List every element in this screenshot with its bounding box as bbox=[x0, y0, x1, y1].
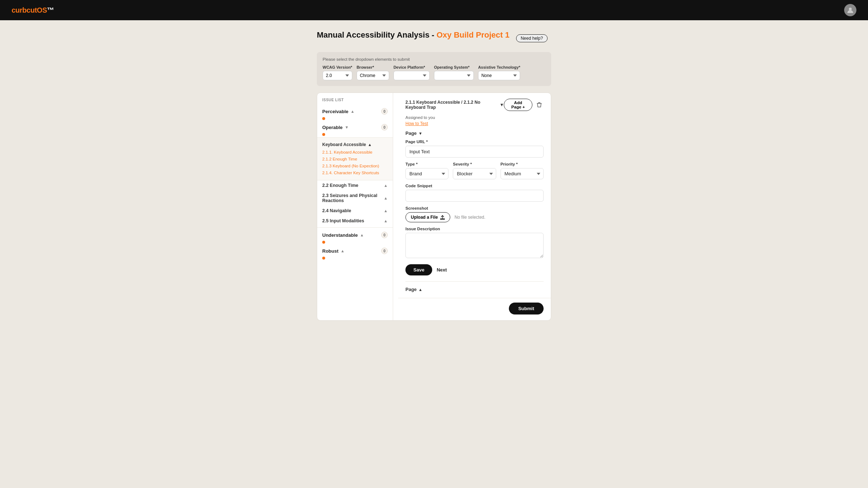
priority-select[interactable]: LowMediumHighCritical bbox=[501, 168, 544, 179]
project-name: Oxy Build Project 1 bbox=[437, 30, 510, 39]
submit-row: Submit bbox=[398, 298, 551, 320]
keyboard-accessible-links: 2.1.1. Keyboard Accessible 2.1.2 Enough … bbox=[317, 149, 393, 178]
at-select[interactable]: NoneNVDAJAWSVoiceOverTalkBack bbox=[478, 71, 520, 80]
wcag-label: WCAG Version* bbox=[323, 65, 352, 69]
link-212[interactable]: 2.1.2 Enough Time bbox=[322, 156, 388, 162]
type-label: Type * bbox=[405, 162, 448, 166]
svg-point-0 bbox=[849, 8, 852, 10]
wcag-select[interactable]: 2.02.12.2 bbox=[323, 71, 352, 80]
how-to-test-link[interactable]: How to Test bbox=[405, 121, 544, 126]
issue-description-input[interactable] bbox=[405, 233, 544, 258]
priority-label: Priority * bbox=[501, 162, 544, 166]
need-help-button[interactable]: Need help? bbox=[516, 34, 548, 42]
logo: curbcutOS™ bbox=[12, 6, 54, 14]
severity-label: Severity * bbox=[453, 162, 496, 166]
page-section-header[interactable]: Page ▼ bbox=[405, 130, 544, 136]
operable-dot bbox=[322, 133, 325, 136]
category-perceivable[interactable]: Perceivable ▲ 0 bbox=[317, 106, 393, 117]
keyboard-accessible-section: Keyboard Accessible ▲ 2.1.1. Keyboard Ac… bbox=[317, 137, 393, 180]
issue-list-header: ISSUE LIST bbox=[317, 98, 393, 106]
type-select[interactable]: BrandFunctionalContentDesign bbox=[405, 168, 448, 179]
os-label: Operating System* bbox=[434, 65, 474, 69]
filter-instruction: Please select the dropdown elements to s… bbox=[323, 57, 545, 61]
wcag-filter-group: WCAG Version* 2.02.12.2 bbox=[323, 65, 352, 80]
screenshot-group: Screenshot Upload a File No file selecte… bbox=[405, 206, 544, 222]
no-file-label: No file selected. bbox=[455, 215, 485, 220]
divider-1 bbox=[317, 227, 393, 228]
section-23[interactable]: 2.3 Seizures and Physical Reactions ▲ bbox=[317, 191, 393, 206]
issue-description-group: Issue Description bbox=[405, 227, 544, 259]
issue-nav-right: Add Page + bbox=[504, 99, 544, 111]
os-filter-group: Operating System* WindowsmacOSiOSAndroid bbox=[434, 65, 474, 80]
logo-suffix: OS bbox=[37, 6, 47, 14]
category-robust[interactable]: Robust ▲ 0 bbox=[317, 245, 393, 257]
delete-button[interactable] bbox=[535, 100, 544, 110]
severity-select[interactable]: BlockerCriticalMajorMinor bbox=[453, 168, 496, 179]
page-url-group: Page URL * bbox=[405, 140, 544, 158]
topnav: curbcutOS™ bbox=[0, 0, 868, 20]
robust-dot bbox=[322, 257, 325, 260]
os-select[interactable]: WindowsmacOSiOSAndroid bbox=[434, 71, 474, 80]
at-label: Assistive Technology* bbox=[478, 65, 520, 69]
browser-label: Browser* bbox=[357, 65, 389, 69]
filter-bar: Please select the dropdown elements to s… bbox=[317, 52, 551, 86]
filter-row: WCAG Version* 2.02.12.2 Browser* ChromeF… bbox=[323, 65, 545, 80]
link-214[interactable]: 2.1.4. Character Key Shortcuts bbox=[322, 170, 388, 176]
issue-description-label: Issue Description bbox=[405, 227, 544, 231]
perceivable-dot bbox=[322, 117, 325, 120]
right-panel: 2.1.1 Keyboard Accessible / 2.1.2 No Key… bbox=[398, 93, 551, 320]
device-select[interactable]: DesktopMobileTablet bbox=[393, 71, 430, 80]
main-content: ISSUE LIST Perceivable ▲ 0 Operable ▼ 0 bbox=[317, 93, 551, 321]
issue-breadcrumb[interactable]: 2.1.1 Keyboard Accessible / 2.1.2 No Key… bbox=[405, 100, 504, 110]
at-filter-group: Assistive Technology* NoneNVDAJAWSVoiceO… bbox=[478, 65, 520, 80]
section-24[interactable]: 2.4 Navigable ▲ bbox=[317, 206, 393, 216]
next-button[interactable]: Next bbox=[437, 267, 447, 273]
logo-text: curbcut bbox=[12, 6, 37, 14]
issue-list: ISSUE LIST Perceivable ▲ 0 Operable ▼ 0 bbox=[317, 93, 393, 320]
page-url-label: Page URL * bbox=[405, 140, 544, 144]
priority-group: Priority * LowMediumHighCritical bbox=[501, 162, 544, 179]
page-title: Manual Accessibility Analysis - Oxy Buil… bbox=[317, 30, 510, 40]
link-213[interactable]: 2.1.3 Keyboard (No Expection) bbox=[322, 163, 388, 169]
screenshot-label: Screenshot bbox=[405, 206, 544, 210]
submit-button[interactable]: Submit bbox=[509, 303, 544, 314]
category-understandable[interactable]: Understandable ▲ 0 bbox=[317, 229, 393, 241]
save-button[interactable]: Save bbox=[405, 264, 432, 275]
upload-row: Upload a File No file selected. bbox=[405, 212, 544, 222]
browser-select[interactable]: ChromeFirefoxSafariEdge bbox=[357, 71, 389, 80]
page-url-input[interactable] bbox=[405, 146, 544, 158]
code-snippet-label: Code Snippet bbox=[405, 184, 544, 188]
action-row: Save Next bbox=[405, 264, 544, 275]
bottom-page-section[interactable]: Page ▲ bbox=[405, 281, 544, 292]
keyboard-accessible-header[interactable]: Keyboard Accessible ▲ bbox=[317, 140, 393, 149]
title-static: Manual Accessibility Analysis - bbox=[317, 30, 434, 39]
severity-group: Severity * BlockerCriticalMajorMinor bbox=[453, 162, 496, 179]
browser-filter-group: Browser* ChromeFirefoxSafariEdge bbox=[357, 65, 389, 80]
section-25[interactable]: 2.5 Input Modalities ▲ bbox=[317, 216, 393, 226]
device-label: Device Platform* bbox=[393, 65, 430, 69]
code-snippet-group: Code Snippet bbox=[405, 184, 544, 202]
type-severity-priority-row: Type * BrandFunctionalContentDesign Seve… bbox=[405, 162, 544, 184]
form-panel: 2.1.1 Keyboard Accessible / 2.1.2 No Key… bbox=[398, 93, 551, 298]
understandable-dot bbox=[322, 241, 325, 244]
category-operable[interactable]: Operable ▼ 0 bbox=[317, 121, 393, 133]
issue-nav-left: 2.1.1 Keyboard Accessible / 2.1.2 No Key… bbox=[405, 100, 504, 110]
code-snippet-input[interactable] bbox=[405, 190, 544, 202]
upload-button[interactable]: Upload a File bbox=[405, 212, 450, 222]
type-group: Type * BrandFunctionalContentDesign bbox=[405, 162, 448, 179]
add-page-button[interactable]: Add Page + bbox=[504, 99, 532, 111]
issue-nav: 2.1.1 Keyboard Accessible / 2.1.2 No Key… bbox=[405, 99, 544, 111]
page-wrapper: Manual Accessibility Analysis - Oxy Buil… bbox=[311, 20, 557, 335]
link-211[interactable]: 2.1.1. Keyboard Accessible bbox=[322, 149, 388, 155]
device-filter-group: Device Platform* DesktopMobileTablet bbox=[393, 65, 430, 80]
avatar[interactable] bbox=[844, 4, 856, 16]
section-22[interactable]: 2.2 Enough Time ▲ bbox=[317, 180, 393, 191]
assigned-label: Assigned to you bbox=[405, 115, 544, 120]
